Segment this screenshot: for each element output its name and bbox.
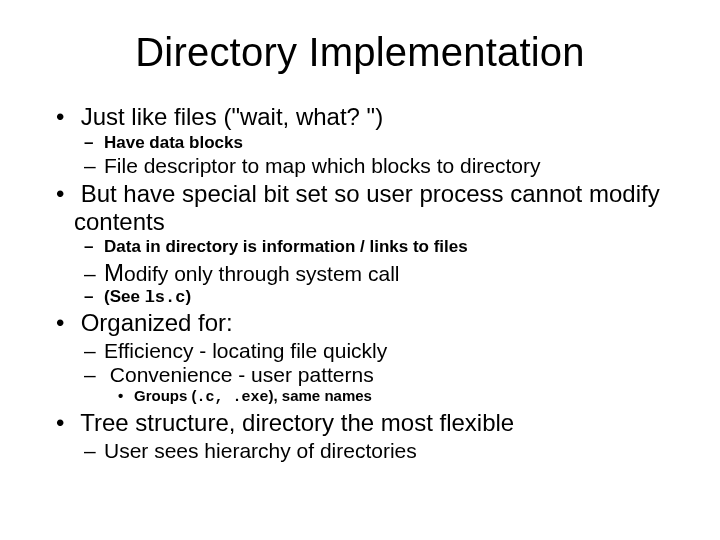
bullet-3-2-1-post: ), same names (269, 387, 372, 404)
bullet-4-text: Tree structure, directory the most flexi… (80, 409, 514, 436)
bullet-4-sublist: User sees hierarchy of directories (74, 439, 670, 463)
bullet-2-2-rest: odify only through system call (124, 262, 399, 285)
bullet-2-2: Modify only through system call (104, 259, 670, 287)
bullet-2-sublist-a: Data in directory is information / links… (74, 237, 670, 257)
bullet-2-3-post: ) (185, 287, 191, 306)
bullet-1-sublist: Have data blocks (74, 133, 670, 153)
bullet-3-2-sublist: Groups (.c, .exe), same names (104, 387, 670, 407)
bullet-1-sublist-b: File descriptor to map which blocks to d… (74, 154, 670, 178)
bullet-4-1: User sees hierarchy of directories (104, 439, 670, 463)
bullet-3: Organized for: Efficiency - locating fil… (74, 309, 670, 407)
bullet-3-2: Convenience - user patterns Groups (.c, … (104, 363, 670, 407)
bullet-2-sublist-b: Modify only through system call (See ls.… (74, 259, 670, 307)
slide-title: Directory Implementation (50, 30, 670, 75)
bullet-2-3: (See ls.c) (104, 287, 670, 308)
slide: Directory Implementation Just like files… (0, 0, 720, 540)
bullet-list: Just like files ("wait, what? ") Have da… (50, 103, 670, 463)
bullet-4: Tree structure, directory the most flexi… (74, 409, 670, 463)
bullet-3-2-1-code: .c, .exe (197, 389, 269, 406)
bullet-3-2-1: Groups (.c, .exe), same names (134, 387, 670, 407)
bullet-3-2-1-pre: Groups ( (134, 387, 197, 404)
bullet-3-2-text: Convenience - user patterns (110, 363, 374, 386)
bullet-2-1: Data in directory is information / links… (104, 237, 670, 257)
bullet-2: But have special bit set so user process… (74, 180, 670, 307)
bullet-1-text: Just like files ("wait, what? ") (81, 103, 383, 130)
bullet-3-sublist: Efficiency - locating file quickly Conve… (74, 339, 670, 407)
bullet-3-1: Efficiency - locating file quickly (104, 339, 670, 363)
bullet-2-2-cap: M (104, 259, 124, 286)
bullet-3-text: Organized for: (81, 309, 233, 336)
bullet-2-3-pre: (See (104, 287, 145, 306)
bullet-1-1: Have data blocks (104, 133, 670, 153)
bullet-1: Just like files ("wait, what? ") Have da… (74, 103, 670, 178)
bullet-2-3-code: ls.c (145, 288, 186, 307)
bullet-2-text: But have special bit set so user process… (74, 180, 660, 235)
bullet-1-2: File descriptor to map which blocks to d… (104, 154, 670, 178)
